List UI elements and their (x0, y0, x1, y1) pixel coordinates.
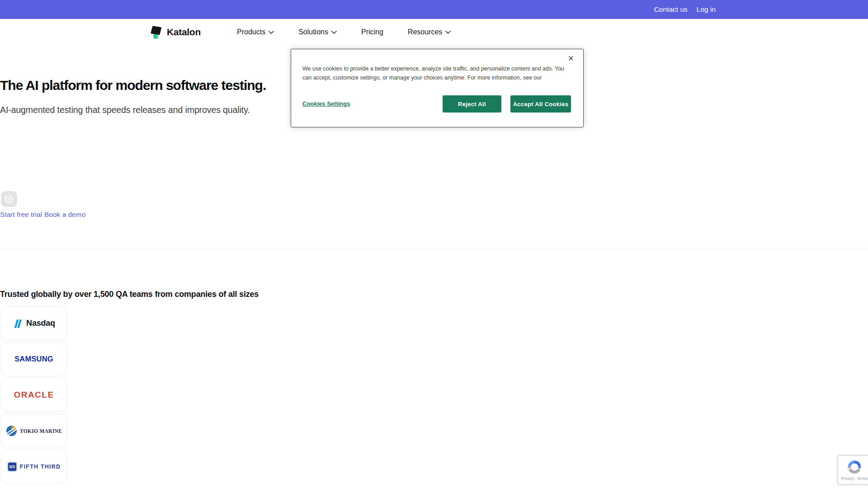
hero-cta-links: Start free trial Book a demo (0, 211, 85, 219)
recaptcha-badge[interactable]: Privacy - Terms (838, 455, 868, 484)
katalon-logo-icon (151, 25, 163, 39)
page-title: The AI platform for modern software test… (0, 78, 266, 93)
logo-card-tokio-marine: TOKIO MARINE (1, 414, 67, 448)
contact-us-link[interactable]: Contact us (654, 5, 688, 14)
recaptcha-privacy-terms[interactable]: Privacy - Terms (841, 476, 868, 481)
reject-all-button[interactable]: Reject All (443, 95, 501, 113)
chevron-down-icon (445, 31, 451, 34)
katalon-logo[interactable]: Katalon (151, 25, 201, 39)
brand-name: Katalon (167, 27, 201, 38)
accept-all-cookies-button[interactable]: Accept All Cookies (510, 95, 571, 113)
fifth-third-logo-text: FIFTH THIRD (20, 464, 61, 470)
fifth-third-badge: 5/3 (9, 465, 15, 469)
samsung-logo-text: SAMSUNG (14, 355, 53, 363)
logo-card-samsung: SAMSUNG (1, 342, 67, 376)
section-divider (0, 249, 868, 249)
tokio-marine-logo-text: TOKIO MARINE (20, 428, 62, 434)
header: Katalon Products Solutions Pricing Resou… (0, 19, 868, 45)
book-a-demo-link[interactable]: Book a demo (44, 211, 85, 219)
fifth-third-logo-icon: 5/3 (7, 462, 17, 472)
topbar: Contact us Log in (0, 0, 868, 19)
nav-solutions-label: Solutions (298, 28, 328, 36)
recaptcha-icon (847, 460, 862, 475)
tokio-marine-logo-icon (6, 425, 17, 436)
cookie-consent-dialog: ✕ We use cookies to provide a better exp… (291, 49, 584, 127)
chevron-down-icon (331, 31, 337, 34)
nav-resources[interactable]: Resources (408, 28, 451, 36)
nasdaq-logo-text: Nasdaq (26, 319, 55, 328)
trusted-heading: Trusted globally by over 1,500 QA teams … (0, 290, 259, 299)
video-replay-button[interactable] (1, 191, 17, 207)
start-free-trial-link[interactable]: Start free trial (0, 211, 42, 219)
cookie-message: We use cookies to provide a better exper… (302, 64, 574, 83)
replay-icon (4, 194, 14, 204)
nasdaq-logo-icon (13, 318, 24, 328)
nav-resources-label: Resources (408, 28, 442, 36)
cookies-settings-link[interactable]: Cookies Settings (302, 100, 350, 107)
nav-products-label: Products (237, 28, 265, 36)
topbar-links: Contact us Log in (654, 0, 716, 19)
oracle-logo-text: ORACLE (14, 390, 54, 400)
close-icon[interactable]: ✕ (568, 55, 574, 62)
hero-subtitle: AI-augmented testing that speeds release… (0, 105, 250, 115)
nav-solutions[interactable]: Solutions (298, 28, 337, 36)
logo-card-nasdaq: Nasdaq (1, 306, 67, 340)
logo-card-fifth-third: 5/3 FIFTH THIRD (1, 450, 67, 484)
nav-products[interactable]: Products (237, 28, 274, 36)
logo-card-oracle: ORACLE (1, 378, 67, 412)
chevron-down-icon (269, 31, 274, 34)
company-logo-list: Nasdaq SAMSUNG ORACLE TOKIO MARINE 5/3 F… (1, 306, 67, 484)
nav-pricing[interactable]: Pricing (361, 28, 383, 36)
main-nav: Products Solutions Pricing Resources (237, 19, 451, 45)
login-link[interactable]: Log in (697, 5, 716, 14)
nav-pricing-label: Pricing (361, 28, 383, 36)
